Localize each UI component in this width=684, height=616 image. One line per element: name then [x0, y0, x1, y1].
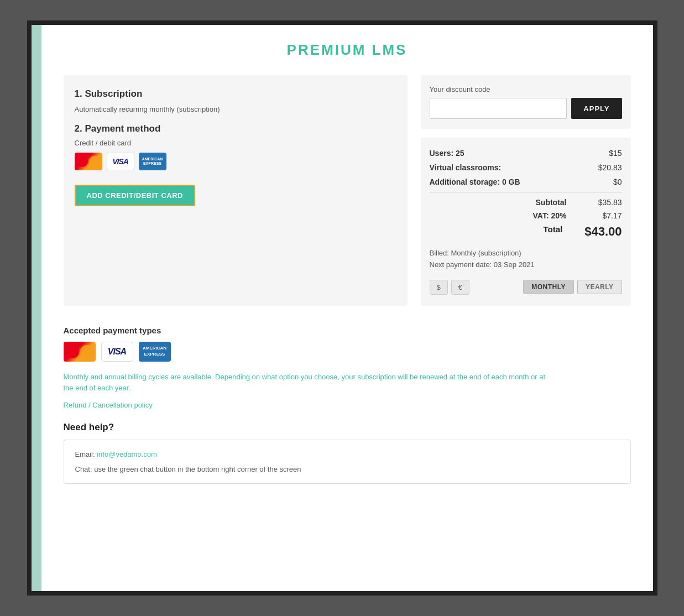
- card-icons-large: VISA AMERICANEXPRESS: [64, 342, 631, 362]
- subscription-sub: Automatically recurring monthly (subscri…: [75, 105, 396, 113]
- virtual-label: Virtual classrooms:: [430, 163, 502, 172]
- subtotal-label: Subtotal: [536, 198, 567, 207]
- left-panel: 1. Subscription Automatically recurring …: [64, 75, 408, 306]
- currency-toggle: $ € MONTHLY YEARLY: [430, 280, 622, 295]
- main-content: 1. Subscription Automatically recurring …: [54, 75, 631, 306]
- storage-line: Additional storage: 0 GB $0: [430, 178, 622, 186]
- vat-line: VAT: 20% $7.17: [430, 211, 622, 220]
- users-value: $15: [609, 149, 622, 158]
- email-link[interactable]: info@vedamo.com: [97, 450, 157, 458]
- subtotal-line: Subtotal $35.83: [430, 198, 622, 207]
- mastercard-icon-large: [64, 342, 96, 362]
- help-box: Email: info@vedamo.com Chat: use the gre…: [64, 440, 631, 484]
- pricing-divider: [430, 192, 622, 192]
- discount-row: APPLY: [430, 98, 622, 119]
- accepted-title: Accepted payment types: [64, 326, 631, 335]
- vat-value: $7.17: [589, 211, 622, 220]
- discount-input[interactable]: [430, 98, 567, 119]
- pricing-box: Users: 25 $15 Virtual classrooms: $20.83…: [421, 138, 631, 306]
- users-label: Users: 25: [430, 149, 464, 158]
- yearly-button[interactable]: YEARLY: [577, 280, 622, 294]
- billed-text: Billed: Monthly (subscription): [430, 248, 622, 259]
- vat-label: VAT: 20%: [533, 211, 567, 220]
- apply-button[interactable]: APPLY: [571, 98, 622, 119]
- amex-icon-small: AMERICANEXPRESS: [139, 153, 166, 170]
- virtual-line: Virtual classrooms: $20.83: [430, 163, 622, 172]
- visa-icon-small: VISA: [107, 153, 134, 170]
- visa-icon-large: VISA: [101, 342, 133, 362]
- email-label: Email:: [75, 450, 97, 458]
- right-panel: Your discount code APPLY Users: 25 $15 V…: [421, 75, 631, 306]
- refund-link[interactable]: Refund / Cancellation policy: [64, 401, 153, 409]
- left-accent: [32, 25, 41, 591]
- billing-info: Billed: Monthly (subscription) Next paym…: [430, 248, 622, 271]
- billing-description: Monthly and annual billing cycles are av…: [64, 372, 550, 395]
- virtual-value: $20.83: [598, 163, 622, 172]
- users-line: Users: 25 $15: [430, 149, 622, 158]
- card-icons-small: VISA AMERICANEXPRESS: [75, 153, 396, 170]
- payment-label: Credit / debit card: [75, 139, 396, 147]
- bottom-section: Accepted payment types VISA AMERICANEXPR…: [54, 326, 631, 484]
- next-payment-text: Next payment date: 03 Sep 2021: [430, 259, 622, 271]
- euro-button[interactable]: €: [451, 280, 469, 295]
- email-line: Email: info@vedamo.com: [75, 450, 619, 458]
- add-card-button[interactable]: ADD CREDIT/DEBIT CARD: [75, 185, 195, 206]
- dollar-button[interactable]: $: [430, 280, 448, 295]
- page-title: PREMIUM LMS: [54, 41, 631, 59]
- subtotal-value: $35.83: [589, 198, 622, 207]
- payment-title: 2. Payment method: [75, 123, 396, 134]
- chat-line: Chat: use the green chat button in the b…: [75, 465, 619, 473]
- discount-box: Your discount code APPLY: [421, 75, 631, 129]
- total-label: Total: [543, 225, 562, 239]
- storage-label: Additional storage: 0 GB: [430, 178, 520, 186]
- subscription-title: 1. Subscription: [75, 88, 396, 100]
- need-help-title: Need help?: [64, 422, 631, 433]
- mastercard-icon-small: [75, 153, 102, 170]
- outer-container: PREMIUM LMS 1. Subscription Automaticall…: [27, 20, 657, 596]
- total-value: $43.00: [584, 225, 622, 239]
- subtotal-section: Subtotal $35.83 VAT: 20% $7.17 Total $43…: [430, 198, 622, 239]
- total-line: Total $43.00: [430, 225, 622, 239]
- monthly-button[interactable]: MONTHLY: [523, 280, 574, 294]
- storage-value: $0: [613, 178, 622, 186]
- amex-icon-large: AMERICANEXPRESS: [139, 342, 171, 362]
- discount-label: Your discount code: [430, 85, 622, 93]
